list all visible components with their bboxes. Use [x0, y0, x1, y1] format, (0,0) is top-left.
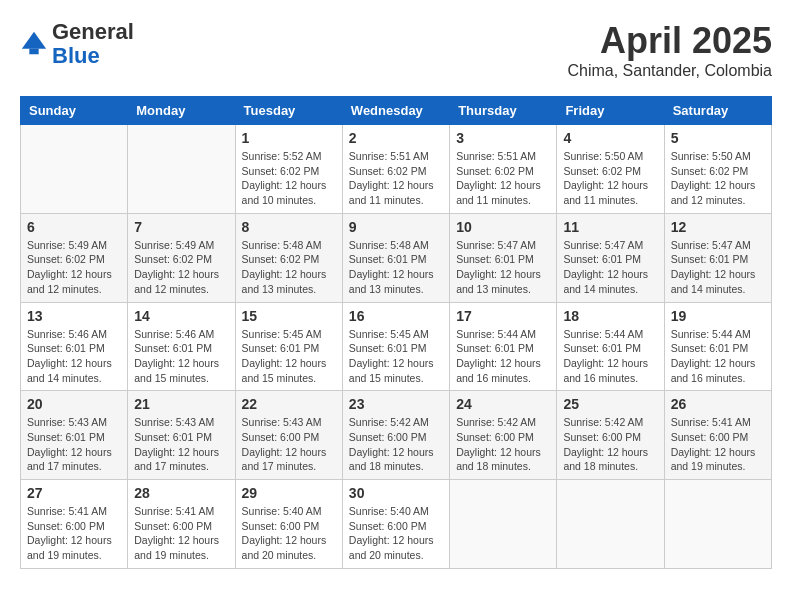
day-number: 10	[456, 219, 550, 235]
calendar-cell: 21Sunrise: 5:43 AMSunset: 6:01 PMDayligh…	[128, 391, 235, 480]
weekday-header-row: SundayMondayTuesdayWednesdayThursdayFrid…	[21, 97, 772, 125]
day-number: 7	[134, 219, 228, 235]
calendar-cell: 1Sunrise: 5:52 AMSunset: 6:02 PMDaylight…	[235, 125, 342, 214]
calendar-cell: 16Sunrise: 5:45 AMSunset: 6:01 PMDayligh…	[342, 302, 449, 391]
day-number: 2	[349, 130, 443, 146]
weekday-header: Tuesday	[235, 97, 342, 125]
svg-marker-0	[22, 32, 46, 49]
day-number: 24	[456, 396, 550, 412]
day-info: Sunrise: 5:45 AMSunset: 6:01 PMDaylight:…	[242, 327, 336, 386]
svg-rect-1	[29, 49, 38, 55]
day-number: 9	[349, 219, 443, 235]
calendar-cell: 13Sunrise: 5:46 AMSunset: 6:01 PMDayligh…	[21, 302, 128, 391]
day-number: 8	[242, 219, 336, 235]
weekday-header: Friday	[557, 97, 664, 125]
calendar-cell: 6Sunrise: 5:49 AMSunset: 6:02 PMDaylight…	[21, 213, 128, 302]
weekday-header: Monday	[128, 97, 235, 125]
day-info: Sunrise: 5:43 AMSunset: 6:01 PMDaylight:…	[134, 415, 228, 474]
calendar-cell: 19Sunrise: 5:44 AMSunset: 6:01 PMDayligh…	[664, 302, 771, 391]
day-info: Sunrise: 5:51 AMSunset: 6:02 PMDaylight:…	[349, 149, 443, 208]
calendar-cell	[557, 480, 664, 569]
day-info: Sunrise: 5:49 AMSunset: 6:02 PMDaylight:…	[27, 238, 121, 297]
calendar-cell: 3Sunrise: 5:51 AMSunset: 6:02 PMDaylight…	[450, 125, 557, 214]
weekday-header: Thursday	[450, 97, 557, 125]
calendar-cell: 30Sunrise: 5:40 AMSunset: 6:00 PMDayligh…	[342, 480, 449, 569]
day-info: Sunrise: 5:50 AMSunset: 6:02 PMDaylight:…	[671, 149, 765, 208]
day-number: 28	[134, 485, 228, 501]
day-info: Sunrise: 5:46 AMSunset: 6:01 PMDaylight:…	[134, 327, 228, 386]
day-info: Sunrise: 5:50 AMSunset: 6:02 PMDaylight:…	[563, 149, 657, 208]
location: Chima, Santander, Colombia	[567, 62, 772, 80]
calendar-cell: 29Sunrise: 5:40 AMSunset: 6:00 PMDayligh…	[235, 480, 342, 569]
day-number: 15	[242, 308, 336, 324]
day-info: Sunrise: 5:42 AMSunset: 6:00 PMDaylight:…	[349, 415, 443, 474]
calendar-cell: 24Sunrise: 5:42 AMSunset: 6:00 PMDayligh…	[450, 391, 557, 480]
calendar-cell: 4Sunrise: 5:50 AMSunset: 6:02 PMDaylight…	[557, 125, 664, 214]
day-number: 25	[563, 396, 657, 412]
day-number: 13	[27, 308, 121, 324]
month-year: April 2025	[567, 20, 772, 62]
calendar-week-row: 6Sunrise: 5:49 AMSunset: 6:02 PMDaylight…	[21, 213, 772, 302]
calendar-cell: 17Sunrise: 5:44 AMSunset: 6:01 PMDayligh…	[450, 302, 557, 391]
day-info: Sunrise: 5:43 AMSunset: 6:00 PMDaylight:…	[242, 415, 336, 474]
day-info: Sunrise: 5:48 AMSunset: 6:02 PMDaylight:…	[242, 238, 336, 297]
calendar-cell	[664, 480, 771, 569]
calendar-cell: 25Sunrise: 5:42 AMSunset: 6:00 PMDayligh…	[557, 391, 664, 480]
day-info: Sunrise: 5:47 AMSunset: 6:01 PMDaylight:…	[456, 238, 550, 297]
day-number: 14	[134, 308, 228, 324]
day-number: 16	[349, 308, 443, 324]
calendar-cell: 18Sunrise: 5:44 AMSunset: 6:01 PMDayligh…	[557, 302, 664, 391]
day-info: Sunrise: 5:46 AMSunset: 6:01 PMDaylight:…	[27, 327, 121, 386]
calendar-cell: 12Sunrise: 5:47 AMSunset: 6:01 PMDayligh…	[664, 213, 771, 302]
weekday-header: Wednesday	[342, 97, 449, 125]
calendar-cell: 28Sunrise: 5:41 AMSunset: 6:00 PMDayligh…	[128, 480, 235, 569]
calendar-cell: 27Sunrise: 5:41 AMSunset: 6:00 PMDayligh…	[21, 480, 128, 569]
calendar-week-row: 20Sunrise: 5:43 AMSunset: 6:01 PMDayligh…	[21, 391, 772, 480]
day-number: 18	[563, 308, 657, 324]
calendar-cell	[21, 125, 128, 214]
day-number: 29	[242, 485, 336, 501]
day-info: Sunrise: 5:40 AMSunset: 6:00 PMDaylight:…	[242, 504, 336, 563]
day-info: Sunrise: 5:41 AMSunset: 6:00 PMDaylight:…	[134, 504, 228, 563]
calendar-cell: 8Sunrise: 5:48 AMSunset: 6:02 PMDaylight…	[235, 213, 342, 302]
day-number: 5	[671, 130, 765, 146]
weekday-header: Saturday	[664, 97, 771, 125]
day-info: Sunrise: 5:45 AMSunset: 6:01 PMDaylight:…	[349, 327, 443, 386]
day-number: 22	[242, 396, 336, 412]
day-number: 23	[349, 396, 443, 412]
calendar-cell: 26Sunrise: 5:41 AMSunset: 6:00 PMDayligh…	[664, 391, 771, 480]
day-number: 20	[27, 396, 121, 412]
logo-blue: Blue	[52, 43, 100, 68]
calendar-cell: 23Sunrise: 5:42 AMSunset: 6:00 PMDayligh…	[342, 391, 449, 480]
day-number: 26	[671, 396, 765, 412]
day-number: 1	[242, 130, 336, 146]
calendar-cell: 11Sunrise: 5:47 AMSunset: 6:01 PMDayligh…	[557, 213, 664, 302]
calendar-cell: 2Sunrise: 5:51 AMSunset: 6:02 PMDaylight…	[342, 125, 449, 214]
calendar-week-row: 1Sunrise: 5:52 AMSunset: 6:02 PMDaylight…	[21, 125, 772, 214]
day-info: Sunrise: 5:44 AMSunset: 6:01 PMDaylight:…	[563, 327, 657, 386]
day-info: Sunrise: 5:48 AMSunset: 6:01 PMDaylight:…	[349, 238, 443, 297]
day-info: Sunrise: 5:42 AMSunset: 6:00 PMDaylight:…	[456, 415, 550, 474]
day-info: Sunrise: 5:40 AMSunset: 6:00 PMDaylight:…	[349, 504, 443, 563]
calendar-cell: 14Sunrise: 5:46 AMSunset: 6:01 PMDayligh…	[128, 302, 235, 391]
calendar-cell: 5Sunrise: 5:50 AMSunset: 6:02 PMDaylight…	[664, 125, 771, 214]
calendar-cell: 9Sunrise: 5:48 AMSunset: 6:01 PMDaylight…	[342, 213, 449, 302]
day-number: 6	[27, 219, 121, 235]
weekday-header: Sunday	[21, 97, 128, 125]
calendar-cell: 15Sunrise: 5:45 AMSunset: 6:01 PMDayligh…	[235, 302, 342, 391]
logo-text: General Blue	[52, 20, 134, 68]
day-number: 19	[671, 308, 765, 324]
page-header: General Blue April 2025 Chima, Santander…	[20, 20, 772, 80]
calendar-cell: 7Sunrise: 5:49 AMSunset: 6:02 PMDaylight…	[128, 213, 235, 302]
day-info: Sunrise: 5:41 AMSunset: 6:00 PMDaylight:…	[671, 415, 765, 474]
calendar-week-row: 13Sunrise: 5:46 AMSunset: 6:01 PMDayligh…	[21, 302, 772, 391]
day-number: 12	[671, 219, 765, 235]
day-info: Sunrise: 5:47 AMSunset: 6:01 PMDaylight:…	[563, 238, 657, 297]
calendar-cell: 20Sunrise: 5:43 AMSunset: 6:01 PMDayligh…	[21, 391, 128, 480]
day-info: Sunrise: 5:44 AMSunset: 6:01 PMDaylight:…	[671, 327, 765, 386]
calendar-cell: 10Sunrise: 5:47 AMSunset: 6:01 PMDayligh…	[450, 213, 557, 302]
day-info: Sunrise: 5:51 AMSunset: 6:02 PMDaylight:…	[456, 149, 550, 208]
calendar-cell	[128, 125, 235, 214]
calendar-week-row: 27Sunrise: 5:41 AMSunset: 6:00 PMDayligh…	[21, 480, 772, 569]
logo-icon	[20, 30, 48, 58]
